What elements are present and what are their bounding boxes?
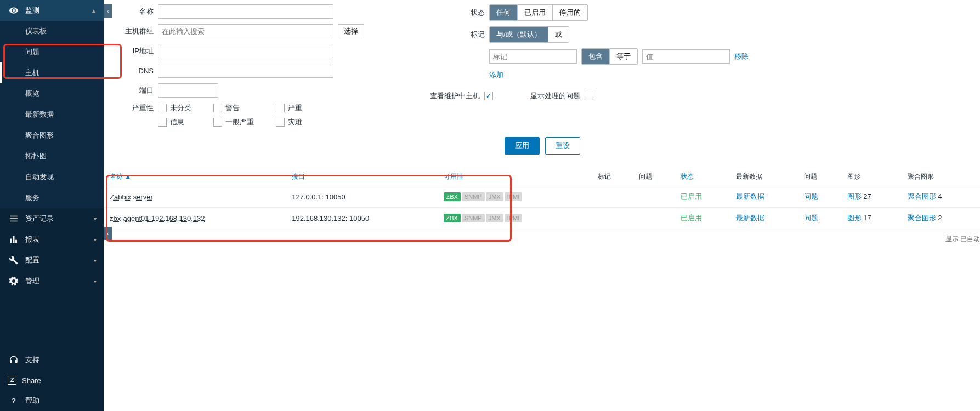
status-any[interactable]: 任何 — [490, 5, 518, 20]
th-interface[interactable]: 接口 — [286, 168, 438, 186]
sidebar-toggle-2[interactable]: ‹ — [104, 227, 112, 240]
nav-item-maps[interactable]: 拓扑图 — [0, 146, 104, 167]
nav-sub-monitoring: 仪表板 问题 主机 概览 最新数据 聚合图形 拓扑图 自动发现 服务 — [0, 21, 104, 208]
tag-equals[interactable]: 等于 — [610, 49, 637, 64]
status-enabled[interactable]: 已启用 — [518, 5, 553, 20]
label-tag: 标记 — [463, 30, 485, 39]
chevron-down-icon: ▾ — [94, 216, 97, 222]
nav-label: 资产记录 — [25, 214, 54, 224]
nav-item-services[interactable]: 服务 — [0, 187, 104, 208]
nav-item-overview[interactable]: 概览 — [0, 83, 104, 104]
graphs-link[interactable]: 图形 — [847, 214, 862, 222]
th-problems2: 问题 — [798, 168, 842, 186]
cb-notclassified[interactable]: 未分类 — [158, 103, 191, 113]
th-problems: 问题 — [633, 168, 675, 186]
dns-input[interactable] — [158, 64, 333, 78]
th-tags: 标记 — [592, 168, 634, 186]
filter-col-left: 名称 主机群组 选择 IP地址 DNS 端口 — [115, 4, 364, 127]
nav-section-reports[interactable]: 报表 ▾ — [0, 229, 104, 250]
label-name: 名称 — [115, 7, 154, 16]
th-status[interactable]: 状态 — [675, 168, 730, 186]
table-row: Zabbix server127.0.0.1: 10050ZBXSNMPJMXI… — [104, 186, 980, 208]
latest-link[interactable]: 最新数据 — [736, 214, 764, 222]
cb-average[interactable]: 一般严重 — [213, 117, 254, 127]
chevron-down-icon: ▾ — [94, 258, 97, 261]
label-status: 状态 — [463, 8, 485, 18]
sort-asc-icon: ▲ — [124, 173, 131, 180]
cell-tags — [592, 186, 634, 208]
tag-op-toggle: 包含 等于 — [581, 48, 638, 65]
port-input[interactable] — [158, 83, 218, 98]
hostgroup-input[interactable] — [158, 24, 333, 38]
badge-snmp: SNMP — [462, 214, 485, 222]
severity-group: 未分类 信息 警告 一般严重 严重 灾难 — [158, 103, 302, 127]
tag-or[interactable]: 或 — [548, 27, 569, 42]
table-row: zbx-agent01-192.168.130.132192.168.130.1… — [104, 208, 980, 229]
badge-ipmi: IPMI — [505, 214, 523, 222]
status-toggle: 任何 已启用 停用的 — [489, 4, 588, 21]
bar-icon — [8, 235, 20, 244]
tag-value-input[interactable] — [642, 49, 730, 64]
graphs-link[interactable]: 图形 — [847, 192, 862, 201]
problems-link[interactable]: 问题 — [804, 214, 818, 222]
status-disabled[interactable]: 停用的 — [553, 5, 587, 20]
chevron-up-icon: ▲ — [91, 8, 97, 14]
nav-item-problems[interactable]: 问题 — [0, 42, 104, 62]
host-link[interactable]: zbx-agent01-192.168.130.132 — [110, 214, 205, 222]
screens-link[interactable]: 聚合图形 — [908, 192, 936, 201]
ip-input[interactable] — [158, 44, 333, 58]
cb-high[interactable]: 严重 — [276, 103, 302, 113]
eye-icon — [8, 5, 20, 15]
problems-link[interactable]: 问题 — [804, 192, 818, 201]
host-link[interactable]: Zabbix server — [110, 193, 153, 201]
sidebar-toggle[interactable]: ‹ — [104, 4, 112, 18]
cb-info[interactable]: 信息 — [158, 117, 191, 127]
availability-badges: ZBXSNMPJMXIPMI — [444, 192, 523, 201]
cell-problems — [633, 208, 675, 229]
add-tag-link[interactable]: 添加 — [489, 70, 503, 80]
nav-section-config[interactable]: 配置 ▾ — [0, 250, 104, 260]
label-dns: DNS — [115, 67, 154, 75]
th-graphs: 图形 — [842, 168, 902, 186]
th-availability[interactable]: 可用性 — [438, 168, 592, 186]
reset-button[interactable]: 重设 — [545, 137, 580, 155]
label-ip: IP地址 — [115, 46, 154, 56]
status-text: 已启用 — [681, 192, 702, 201]
cb-suppressed[interactable] — [585, 92, 593, 100]
nav-item-latest[interactable]: 最新数据 — [0, 104, 104, 125]
nav-label: 监测 — [25, 5, 39, 15]
nav-label: 配置 — [25, 255, 39, 260]
availability-badges: ZBXSNMPJMXIPMI — [444, 214, 523, 222]
screens-count: 4 — [938, 192, 942, 201]
nav-item-hosts[interactable]: 主机 — [0, 62, 104, 83]
nav-item-discovery[interactable]: 自动发现 — [0, 167, 104, 187]
cell-tags — [592, 208, 634, 229]
nav-item-dashboard[interactable]: 仪表板 — [0, 21, 104, 42]
wrench-icon — [8, 255, 20, 260]
apply-button[interactable]: 应用 — [505, 137, 540, 155]
tag-name-input[interactable] — [489, 49, 577, 64]
cb-maintenance[interactable] — [484, 92, 493, 100]
cb-warning[interactable]: 警告 — [213, 103, 254, 113]
screens-link[interactable]: 聚合图形 — [908, 214, 936, 222]
badge-ipmi: IPMI — [505, 192, 523, 201]
name-input[interactable] — [158, 4, 333, 19]
nav-section-monitoring[interactable]: 监测 ▲ — [0, 0, 104, 21]
nav-label: 报表 — [25, 235, 39, 244]
main-content: ‹ ‹ 名称 主机群组 选择 IP地址 DNS — [104, 0, 980, 260]
select-button[interactable]: 选择 — [338, 24, 364, 38]
chevron-down-icon: ▾ — [94, 237, 97, 243]
status-text: 已启用 — [681, 214, 702, 222]
remove-tag-link[interactable]: 移除 — [734, 52, 749, 61]
th-name[interactable]: 名称 ▲ — [104, 168, 286, 186]
nav-section-inventory[interactable]: 资产记录 ▾ — [0, 208, 104, 229]
nav-item-screens[interactable]: 聚合图形 — [0, 125, 104, 146]
tag-contains[interactable]: 包含 — [582, 49, 610, 64]
filter-actions: 应用 重设 — [115, 137, 969, 155]
screens-count: 2 — [938, 214, 942, 222]
latest-link[interactable]: 最新数据 — [736, 192, 764, 201]
cb-disaster[interactable]: 灾难 — [276, 117, 302, 127]
tag-mode-toggle: 与/或（默认） 或 — [489, 26, 569, 43]
tag-andor[interactable]: 与/或（默认） — [490, 27, 548, 42]
label-severity: 严重性 — [115, 103, 154, 113]
